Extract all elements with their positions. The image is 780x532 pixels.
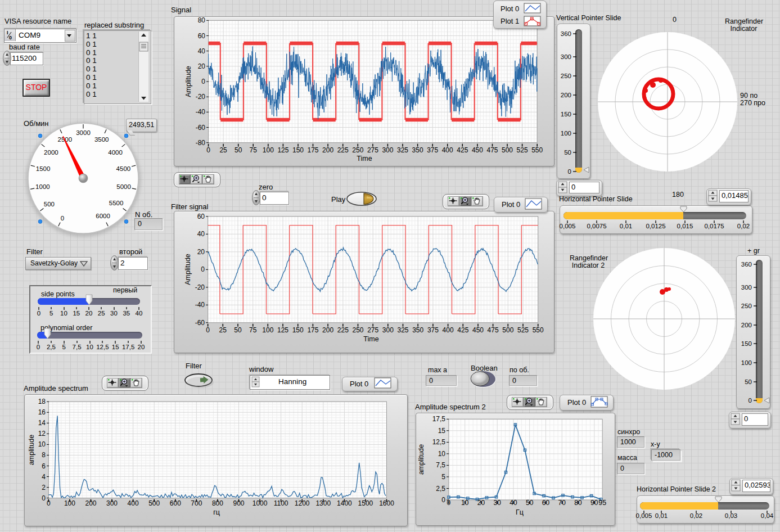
svg-text:350: 350 [412, 326, 423, 334]
svg-text:25: 25 [219, 326, 227, 334]
svg-text:4500: 4500 [116, 165, 131, 172]
svg-text:275: 275 [367, 326, 378, 334]
svg-text:475: 475 [486, 146, 498, 154]
svg-text:20: 20 [198, 62, 206, 70]
svg-text:14: 14 [38, 419, 46, 427]
svg-text:550: 550 [533, 326, 544, 334]
svg-text:400: 400 [442, 146, 453, 154]
svg-text:40: 40 [198, 47, 206, 55]
svg-text:325: 325 [397, 326, 408, 334]
svg-text:Amplitude: Amplitude [184, 66, 192, 97]
svg-text:0: 0 [201, 78, 205, 85]
svg-text:450: 450 [472, 326, 484, 334]
svg-text:гц: гц [213, 508, 220, 516]
svg-text:275: 275 [367, 146, 378, 154]
svg-text:15: 15 [438, 427, 446, 435]
svg-text:250: 250 [352, 326, 363, 334]
svg-text:20: 20 [197, 248, 205, 256]
svg-text:3500: 3500 [94, 136, 109, 143]
svg-text:25: 25 [219, 146, 227, 154]
svg-text:6: 6 [42, 462, 46, 470]
svg-text:475: 475 [488, 326, 499, 334]
svg-text:300: 300 [382, 146, 393, 154]
svg-text:40: 40 [197, 230, 205, 238]
svg-text:-60: -60 [195, 319, 205, 327]
svg-text:2,5: 2,5 [436, 485, 445, 493]
svg-text:Гц: Гц [516, 508, 524, 516]
svg-text:0: 0 [441, 496, 445, 504]
svg-text:10: 10 [38, 440, 46, 448]
svg-text:175: 175 [307, 326, 318, 334]
svg-text:225: 225 [337, 146, 349, 154]
svg-text:6000: 6000 [96, 213, 110, 219]
svg-text:100: 100 [262, 326, 273, 334]
svg-text:17,5: 17,5 [432, 415, 446, 423]
svg-text:60: 60 [197, 213, 205, 220]
svg-text:150: 150 [292, 146, 304, 154]
svg-text:400: 400 [443, 326, 454, 334]
svg-text:375: 375 [427, 326, 439, 334]
svg-text:250: 250 [352, 146, 363, 154]
svg-text:225: 225 [337, 326, 349, 334]
svg-text:Time: Time [363, 335, 378, 343]
svg-text:0: 0 [61, 215, 64, 222]
svg-text:125: 125 [277, 146, 288, 154]
svg-text:525: 525 [517, 326, 529, 334]
svg-text:500: 500 [502, 326, 513, 334]
svg-text:-20: -20 [195, 283, 205, 291]
svg-text:0: 0 [206, 326, 210, 334]
svg-text:0: 0 [9, 35, 12, 40]
svg-text:50: 50 [234, 326, 242, 334]
svg-text:50: 50 [235, 146, 242, 154]
svg-text:80: 80 [198, 16, 206, 24]
svg-text:3000: 3000 [76, 129, 91, 136]
svg-text:10: 10 [438, 450, 446, 458]
svg-text:450: 450 [472, 146, 483, 154]
svg-text:amplitude: amplitude [28, 435, 35, 465]
svg-text:-20: -20 [196, 93, 206, 101]
svg-text:525: 525 [517, 146, 528, 154]
svg-text:8: 8 [42, 451, 46, 459]
svg-text:12,5: 12,5 [432, 438, 446, 446]
svg-text:-40: -40 [195, 301, 205, 309]
svg-text:16: 16 [38, 408, 46, 416]
svg-text:0: 0 [201, 265, 205, 273]
svg-text:95: 95 [598, 499, 606, 507]
svg-text:2: 2 [42, 484, 46, 492]
svg-text:I: I [7, 30, 8, 35]
svg-text:300: 300 [382, 326, 394, 334]
svg-text:125: 125 [277, 326, 288, 334]
svg-text:0: 0 [42, 494, 46, 502]
svg-text:500: 500 [44, 201, 55, 208]
svg-text:375: 375 [427, 146, 438, 154]
svg-text:-60: -60 [196, 124, 206, 132]
svg-text:200: 200 [322, 146, 333, 154]
svg-text:-80: -80 [196, 139, 206, 147]
svg-text:4: 4 [42, 473, 46, 481]
svg-text:5000: 5000 [116, 183, 131, 190]
svg-text:0: 0 [206, 146, 210, 154]
svg-text:18: 18 [38, 398, 46, 405]
svg-text:100: 100 [263, 146, 274, 154]
svg-text:1000: 1000 [35, 183, 50, 190]
svg-text:5: 5 [441, 473, 445, 481]
svg-text:75: 75 [249, 326, 257, 334]
svg-text:150: 150 [292, 326, 304, 334]
svg-text:12: 12 [38, 430, 46, 438]
svg-text:425: 425 [457, 146, 468, 154]
svg-text:5500: 5500 [109, 200, 124, 206]
svg-text:-40: -40 [196, 108, 206, 116]
svg-text:175: 175 [307, 146, 318, 154]
svg-text:550: 550 [531, 146, 543, 154]
svg-text:500: 500 [502, 146, 513, 154]
svg-text:Time: Time [357, 155, 372, 163]
svg-text:350: 350 [412, 146, 423, 154]
svg-text:425: 425 [457, 326, 468, 334]
svg-text:4000: 4000 [108, 149, 123, 156]
svg-text:60: 60 [198, 32, 206, 40]
svg-text:Amplitude: Amplitude [184, 254, 192, 285]
svg-text:2000: 2000 [44, 149, 58, 156]
svg-text:325: 325 [397, 146, 408, 154]
svg-text:7,5: 7,5 [436, 461, 445, 469]
svg-text:75: 75 [250, 146, 258, 154]
